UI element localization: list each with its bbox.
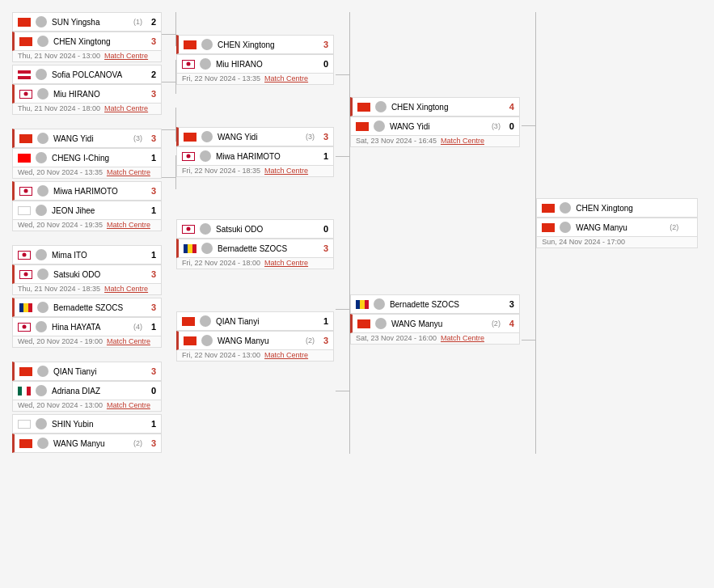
player-row-winner: WANG Yidi (3) 3 (12, 129, 162, 148)
round-r4: CHEN Xingtong WANG Manyu (2) Sun, 24 Nov… (536, 12, 702, 454)
flag-icon (18, 323, 31, 332)
match-link[interactable]: Match Centre (107, 168, 150, 176)
player-name: Sofia POLCANOVA (52, 70, 144, 79)
player-row: Sofia POLCANOVA 2 (12, 65, 162, 84)
player-row-winner: Miu HIRANO 3 (12, 84, 162, 104)
player-name: Miwa HARIMOTO (53, 187, 144, 196)
match-link[interactable]: Match Centre (264, 167, 308, 175)
flag-icon (357, 103, 370, 112)
player-name: CHENG I-Ching (52, 154, 144, 163)
score: 3 (146, 438, 156, 448)
player-name: WANG Manyu (576, 223, 667, 232)
seed: (3) (492, 122, 501, 130)
match-info: Wed, 20 Nov 2024 - 19:00 Match Centre (12, 336, 162, 348)
avatar (200, 223, 211, 235)
player-name: Bernadette SZOCS (218, 244, 316, 253)
avatar (201, 335, 213, 346)
player-row: Hina HAYATA (4) 1 (12, 317, 162, 336)
player-row: CHENG I-Ching 1 (12, 148, 162, 167)
match-r1-7: QIAN Tianyi 3 Adriana DIAZ 0 Wed, 20 Nov… (12, 362, 162, 412)
flag-icon (542, 223, 555, 232)
match-link[interactable]: Match Centre (104, 52, 148, 60)
score: 3 (146, 89, 156, 99)
flag-icon (356, 300, 369, 309)
match-link[interactable]: Match Centre (264, 259, 308, 267)
match-date: Thu, 21 Nov 2024 - 13:00 (18, 52, 100, 60)
match-link[interactable]: Match Centre (104, 285, 148, 293)
avatar (560, 202, 571, 214)
player-name: QIAN Tianyi (216, 317, 316, 326)
connector-r1-r2 (162, 12, 176, 454)
avatar (36, 321, 47, 332)
flag-icon (18, 387, 31, 396)
player-row-winner: WANG Yidi (3) 3 (176, 127, 334, 146)
flag-icon (19, 439, 32, 448)
match-sf2: Bernadette SZOCS 3 WANG Manyu (2) 4 Sat,… (350, 294, 522, 345)
avatar (37, 88, 49, 99)
match-link[interactable]: Match Centre (107, 221, 150, 229)
round-r2: CHEN Xingtong 3 Miu HIRANO 0 Fri, 22 Nov… (176, 12, 336, 454)
score: 3 (319, 243, 328, 253)
score: 3 (146, 302, 156, 312)
match-date: Wed, 20 Nov 2024 - 13:00 (18, 401, 103, 409)
match-date: Sun, 24 Nov 2024 - 17:00 (542, 238, 625, 246)
match-link[interactable]: Match Centre (107, 337, 150, 345)
match-link[interactable]: Match Centre (264, 74, 308, 82)
connector-r2-r3 (336, 12, 350, 454)
player-name: CHEN Xingtong (53, 37, 144, 46)
player-row: Mima ITO 1 (12, 245, 162, 264)
match-info: Sat, 23 Nov 2024 - 16:00 Match Centre (350, 333, 520, 345)
player-row-winner: WANG Manyu (2) 3 (176, 331, 334, 350)
flag-icon (19, 270, 32, 279)
player-name: CHEN Xingtong (391, 103, 502, 112)
match-info: Wed, 20 Nov 2024 - 13:35 Match Centre (12, 167, 162, 179)
bracket-container: SUN Yingsha (1) 2 CHEN Xingtong 3 Thu, 2… (8, 8, 706, 458)
match-date: Thu, 21 Nov 2024 - 18:00 (18, 104, 100, 112)
avatar (36, 16, 47, 27)
flag-icon (356, 122, 369, 131)
score: 0 (505, 121, 514, 131)
score: 1 (146, 153, 156, 163)
player-name: WANG Yidi (390, 122, 489, 131)
seed: (2) (492, 319, 501, 328)
match-link[interactable]: Match Centre (104, 104, 148, 112)
score: 3 (146, 366, 156, 376)
score: 3 (146, 186, 156, 196)
match-link[interactable]: Match Centre (441, 334, 484, 342)
match-link[interactable]: Match Centre (441, 137, 484, 145)
match-final: CHEN Xingtong WANG Manyu (2) Sun, 24 Nov… (536, 198, 702, 248)
match-qf3: Satsuki ODO 0 Bernadette SZOCS 3 Fri, 22… (176, 219, 336, 269)
player-name: Bernadette SZOCS (53, 303, 144, 312)
score: 2 (146, 17, 156, 27)
player-row: QIAN Tianyi 1 (176, 311, 334, 331)
score: 3 (146, 133, 156, 143)
connector-r3-r4 (522, 12, 536, 454)
match-info: Wed, 20 Nov 2024 - 19:35 Match Centre (12, 220, 162, 231)
player-name: Bernadette SZOCS (390, 300, 502, 309)
flag-icon (182, 152, 195, 161)
flag-icon (182, 317, 195, 326)
player-name: WANG Manyu (53, 439, 131, 448)
match-info: Thu, 21 Nov 2024 - 13:00 Match Centre (12, 51, 162, 62)
flag-icon (19, 303, 32, 312)
seed: (3) (133, 134, 142, 142)
player-name: CHEN Xingtong (576, 204, 680, 213)
player-name: SHIN Yubin (52, 420, 144, 429)
player-name: Hina HAYATA (52, 323, 131, 332)
round-r3: CHEN Xingtong 4 WANG Yidi (3) 0 Sat, 23 … (350, 12, 522, 454)
avatar (37, 269, 49, 280)
avatar (37, 185, 49, 197)
player-name: CHEN Xingtong (218, 40, 316, 49)
avatar (200, 58, 211, 70)
match-link[interactable]: Match Centre (264, 351, 308, 359)
match-date: Wed, 20 Nov 2024 - 19:00 (18, 337, 103, 345)
seed: (3) (306, 133, 315, 141)
flag-icon (184, 336, 196, 345)
avatar (560, 222, 571, 233)
avatar (37, 302, 49, 313)
score: 3 (146, 269, 156, 279)
player-row: SHIN Yubin 1 (12, 414, 162, 434)
seed: (1) (133, 18, 142, 26)
match-link[interactable]: Match Centre (107, 401, 150, 409)
player-row-winner: WANG Manyu (2) 4 (350, 314, 520, 333)
